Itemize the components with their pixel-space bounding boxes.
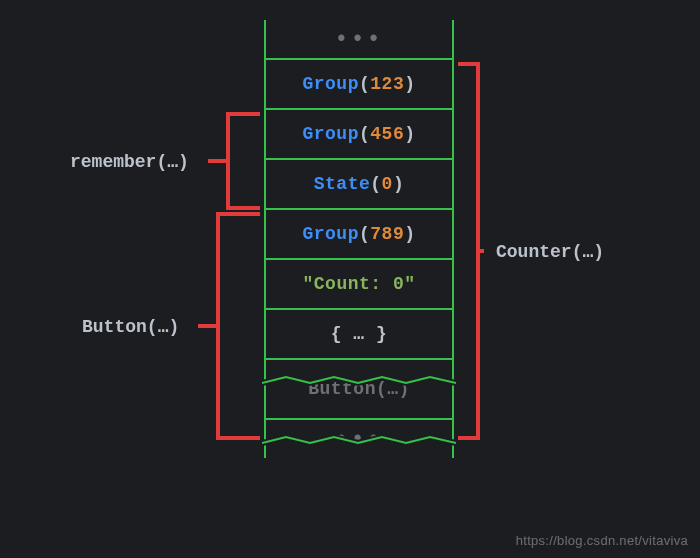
- bracket-remember: [208, 112, 262, 210]
- bracket-counter: [456, 62, 484, 440]
- watermark: https://blog.csdn.net/vitaviva: [516, 533, 688, 548]
- stack-cell-ellipsis-bottom: •••: [266, 418, 452, 458]
- stack-cell-ellipsis-top: •••: [266, 20, 452, 60]
- label-button: Button(…): [82, 317, 179, 337]
- stack-cell-lambda-body: { … }: [266, 310, 452, 360]
- stack-cell-state: State(0): [266, 160, 452, 210]
- stack-cell-button-gap: Button(…): [266, 358, 452, 418]
- label-remember: remember(…): [70, 152, 189, 172]
- stack-cell-group-123: Group(123): [266, 60, 452, 110]
- stack-cell-group-789: Group(789): [266, 210, 452, 260]
- stack-cell-count-string: "Count: 0": [266, 260, 452, 310]
- bracket-button: [198, 212, 262, 440]
- slot-stack: ••• Group(123) Group(456) State(0) Group…: [264, 20, 454, 458]
- label-counter: Counter(…): [496, 242, 604, 262]
- stack-cell-group-456: Group(456): [266, 110, 452, 160]
- ellipsis-icon: •••: [335, 427, 384, 452]
- ellipsis-icon: •••: [335, 27, 384, 52]
